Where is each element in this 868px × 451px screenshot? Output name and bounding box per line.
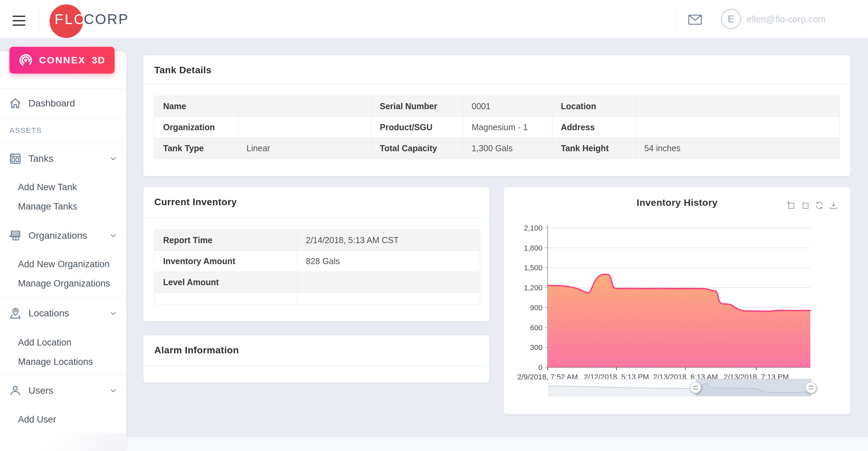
cell-value: 1,300 Gals [463,138,552,159]
table-row: Report Time 2/14/2018, 5:13 AM CST [155,230,480,251]
header-divider-right [675,6,676,32]
sidebar-subitem-label: Manage Organizations [18,278,110,289]
current-inventory-table: Report Time 2/14/2018, 5:13 AM CST Inven… [154,230,480,305]
sidebar-item-add-location[interactable]: Add Location [0,334,126,351]
svg-text:1,200: 1,200 [524,283,542,292]
tank-details-title: Tank Details [154,65,212,76]
footer-band [126,437,868,451]
tank-details-table: Name Serial Number 0001 Location Organiz… [154,96,840,159]
cell-label: Level Amount [155,272,297,293]
cell-label: Serial Number [371,96,463,117]
divider [143,217,489,218]
divider [143,366,489,366]
svg-text:300: 300 [530,343,542,352]
sidebar-item-organizations[interactable]: Organizations [0,226,126,245]
sidebar-item-manage-organizations[interactable]: Manage Organizations [0,275,126,292]
chevron-down-icon [109,232,117,240]
alarm-information-card: Alarm Information [143,335,489,383]
divider [0,296,126,296]
cell-value: Linear [238,138,371,159]
divider [0,375,126,375]
cell-label [155,293,297,305]
restore-icon[interactable] [815,201,824,210]
table-row: Tank Type Linear Total Capacity 1,300 Ga… [155,138,840,159]
avatar-initial: E [728,13,734,25]
chevron-down-icon [109,155,117,163]
cell-label: Tank Height [552,138,636,159]
connex-3d-button[interactable]: CONNEX 3D [9,47,115,74]
sidebar-footer [0,433,126,451]
cell-value [636,96,840,117]
avatar[interactable]: E [721,9,741,29]
zoom-reset-icon[interactable] [801,201,810,210]
cell-label: Tank Type [155,138,238,159]
svg-text:600: 600 [530,323,542,332]
cell-value: 54 inches [636,138,840,159]
cell-value [297,272,480,293]
chart-toolbar [786,201,838,210]
tank-details-card: Tank Details Name Serial Number 0001 Loc… [143,55,850,176]
sidebar-item-manage-locations[interactable]: Manage Locations [0,353,126,370]
sidebar-item-label: Dashboard [28,98,75,109]
divider [143,84,850,84]
cell-label: Total Capacity [371,138,463,159]
broadcast-icon [19,53,33,67]
sidebar-item-locations[interactable]: Locations [0,304,126,323]
table-row: Inventory Amount 828 Gals [155,251,480,272]
cell-label: Name [155,96,238,117]
home-icon [8,97,22,110]
sidebar-subitem-label: Add Location [18,337,72,348]
sidebar-subitem-label: Manage Locations [18,357,93,367]
sidebar-subitem-label: Manage Tanks [18,201,77,212]
sidebar-item-label: Users [28,385,53,396]
divider [0,144,126,144]
user-email[interactable]: ellen@flo-corp.com [747,14,826,25]
users-icon [8,384,22,397]
cell-label: Report Time [155,230,297,251]
logo-corp-text: CORP [84,11,129,27]
cell-value [636,117,840,138]
svg-text:900: 900 [530,303,542,312]
chevron-down-icon [109,387,117,395]
connex-badge: 3D [92,55,105,66]
download-icon[interactable] [829,201,838,210]
sidebar-item-add-new-organization[interactable]: Add New Organization [0,256,126,273]
sidebar-item-add-new-tank[interactable]: Add New Tank [0,179,126,196]
app-header: FLO CORP E ellen@flo-corp.com [0,0,868,38]
sidebar-item-users[interactable]: Users [0,381,126,400]
cell-label: Inventory Amount [155,251,297,272]
table-row: Name Serial Number 0001 Location [155,96,840,117]
current-inventory-card: Current Inventory Report Time 2/14/2018,… [143,187,489,321]
zoom-select-icon[interactable] [786,201,795,210]
hamburger-menu-icon[interactable] [13,16,25,26]
sidebar-subitem-label: Add New Organization [18,259,110,270]
current-inventory-title: Current Inventory [154,197,237,208]
mail-icon[interactable] [688,14,702,25]
svg-text:0: 0 [538,363,542,372]
inventory-history-chart[interactable]: 03006009001,2001,5001,8002,1002/9/2018, … [514,217,853,412]
sidebar-item-add-user[interactable]: Add User [0,411,126,428]
assets-section-label: ASSETS [9,126,42,135]
table-row: Organization Product/SGU Magnesium - 1 A… [155,117,840,138]
alarm-information-title: Alarm Information [154,345,239,356]
divider [0,118,126,118]
cell-label: Organization [155,117,238,138]
connex-label: CONNEX [39,55,86,66]
sidebar-nav: CONNEX 3D Dashboard ASSETS Tanks [0,52,126,451]
sidebar-subitem-label: Add New Tank [18,182,77,193]
cell-label: Address [552,117,636,138]
sidebar-item-dashboard[interactable]: Dashboard [0,94,126,113]
cell-value: 828 Gals [297,251,480,272]
cell-label: Product/SGU [371,117,463,138]
cell-value: 2/14/2018, 5:13 AM CST [297,230,480,251]
header-divider-left [39,6,39,32]
table-row: Level Amount [155,272,480,293]
cell-value: 0001 [463,96,552,117]
divider [0,88,126,89]
app-window: FLO CORP E ellen@flo-corp.com CONNEX 3D [0,0,868,451]
sidebar-item-tanks[interactable]: Tanks [0,149,126,168]
sidebar-item-label: Locations [28,308,69,319]
svg-text:1,800: 1,800 [524,244,542,252]
sidebar-item-manage-tanks[interactable]: Manage Tanks [0,198,126,215]
cell-value: Magnesium - 1 [463,117,552,138]
